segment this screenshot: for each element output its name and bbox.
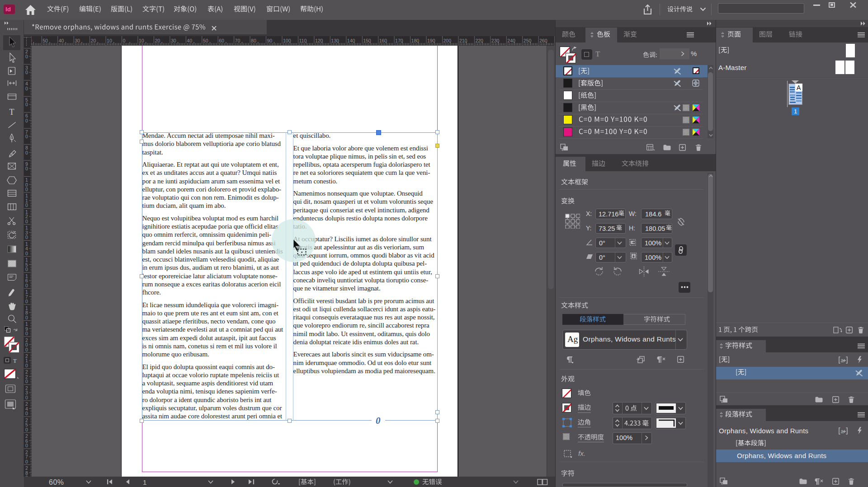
svg-text:30: 30 [75, 38, 80, 43]
svg-text:T: T [9, 108, 14, 117]
svg-text:60: 60 [219, 38, 224, 43]
svg-text:10: 10 [107, 38, 112, 43]
svg-text:0: 0 [25, 283, 28, 288]
svg-text:240: 240 [507, 38, 515, 43]
svg-text:180: 180 [411, 38, 420, 43]
svg-text:0: 0 [25, 267, 28, 272]
svg-text:0: 0 [25, 251, 28, 256]
svg-text:160: 160 [379, 38, 387, 43]
svg-text:0: 0 [25, 459, 28, 464]
svg-text:50: 50 [42, 38, 48, 43]
svg-text:0: 0 [25, 54, 28, 59]
svg-text:0: 0 [25, 150, 28, 155]
svg-text:220: 220 [475, 38, 483, 43]
svg-text:210: 210 [459, 38, 467, 43]
svg-text:130: 130 [331, 38, 339, 43]
svg-text:0: 0 [25, 86, 28, 91]
svg-text:0: 0 [25, 331, 28, 336]
svg-text:0: 0 [25, 395, 28, 400]
svg-text:0: 0 [123, 38, 126, 43]
svg-text:0: 0 [25, 315, 28, 320]
svg-text:20: 20 [155, 38, 160, 43]
svg-text:0: 0 [25, 166, 28, 171]
svg-text:10: 10 [139, 38, 144, 43]
svg-text:0: 0 [25, 443, 28, 448]
svg-text:0: 0 [25, 202, 28, 208]
svg-text:0: 0 [25, 134, 28, 139]
svg-text:120: 120 [315, 38, 323, 43]
svg-text:170: 170 [395, 38, 403, 43]
svg-text:230: 230 [491, 38, 500, 43]
svg-text:0: 0 [25, 363, 28, 368]
svg-text:0: 0 [25, 70, 28, 75]
svg-text:100: 100 [283, 38, 291, 43]
svg-text:0: 0 [25, 187, 28, 192]
svg-text:0: 0 [25, 102, 28, 107]
svg-text:50: 50 [203, 38, 208, 43]
svg-text:0: 0 [25, 411, 28, 416]
svg-text:0: 0 [25, 234, 28, 240]
svg-text:80: 80 [251, 38, 256, 43]
svg-text:0: 0 [25, 427, 28, 432]
svg-text:190: 190 [427, 38, 435, 43]
svg-text:40: 40 [187, 38, 192, 43]
svg-text:20: 20 [91, 38, 96, 43]
svg-text:200: 200 [443, 38, 452, 43]
svg-text:110: 110 [299, 38, 307, 43]
svg-text:70: 70 [235, 38, 241, 43]
svg-text:0: 0 [25, 347, 28, 352]
svg-text:260: 260 [539, 38, 547, 43]
svg-text:0: 0 [25, 118, 28, 123]
svg-text:0: 0 [25, 219, 28, 224]
svg-text:0: 0 [25, 299, 28, 304]
svg-text:40: 40 [59, 38, 64, 43]
svg-text:30: 30 [171, 38, 176, 43]
svg-text:140: 140 [347, 38, 355, 43]
svg-text:90: 90 [267, 38, 273, 43]
svg-text:0: 0 [25, 379, 28, 384]
svg-text:T: T [13, 357, 17, 364]
svg-text:250: 250 [524, 38, 532, 43]
svg-text:150: 150 [363, 38, 371, 43]
